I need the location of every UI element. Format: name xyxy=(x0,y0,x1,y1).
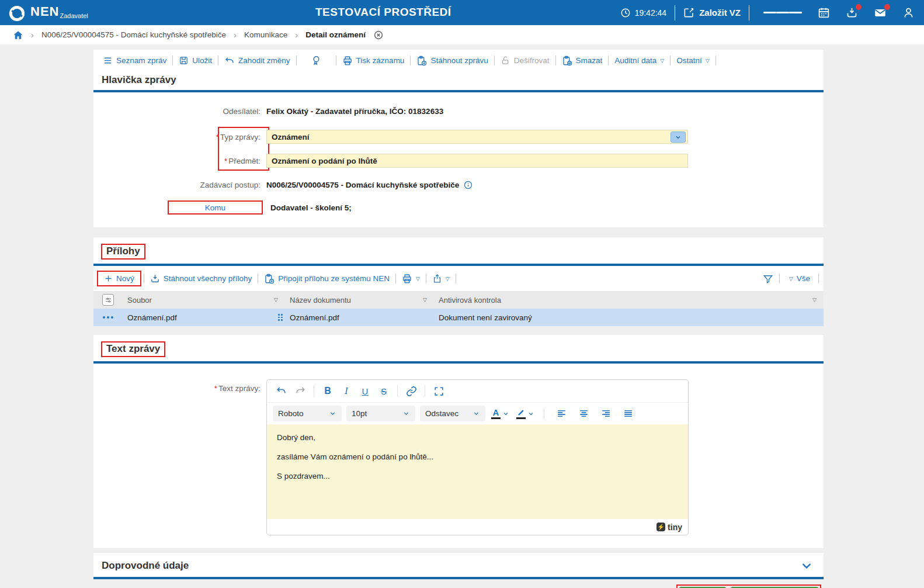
stahnout-vsechny-prilohy-button[interactable]: Stáhnout všechny přílohy xyxy=(144,274,258,283)
downloads-button[interactable] xyxy=(846,6,858,19)
stahnout-zpravu-button[interactable]: Stáhnout zprávu xyxy=(411,56,494,66)
message-body-textarea[interactable]: Dobrý den, zasíláme Vám oznámení o podán… xyxy=(267,424,688,519)
downloads-badge xyxy=(856,4,862,10)
undo-button[interactable] xyxy=(273,383,290,399)
fullscreen-button[interactable] xyxy=(430,383,447,399)
zadavaci-postup-value: N006/25/V00004575 - Domácí kuchyňské spo… xyxy=(266,181,459,189)
breadcrumb-komunikace[interactable]: Komunikace xyxy=(244,30,287,39)
align-left-icon xyxy=(556,408,567,419)
align-right-button[interactable] xyxy=(597,406,614,422)
strikethrough-button[interactable]: S xyxy=(375,383,392,399)
redo-icon xyxy=(294,385,306,397)
tisk-zaznamu-button[interactable]: Tisk záznamu xyxy=(336,56,411,66)
message-paragraph: Dobrý den, xyxy=(277,433,678,442)
font-size-select[interactable]: 10pt xyxy=(346,406,415,421)
brand-subtitle: Zadavatel xyxy=(60,12,88,19)
create-vz-button[interactable]: Založit VZ xyxy=(683,7,741,18)
column-settings-button[interactable] xyxy=(102,294,114,306)
zadavaci-postup-label: Zadávací postup: xyxy=(93,181,266,189)
section-title-doprovodne: Doprovodné údaje xyxy=(102,560,189,572)
redo-button[interactable] xyxy=(291,383,309,399)
komu-button[interactable]: Komu xyxy=(168,200,263,215)
zahodit-zmeny-button[interactable]: Zahodit změny xyxy=(218,56,296,66)
breadcrumb-procedure[interactable]: N006/25/V00004575 - Domácí kuchyňské spo… xyxy=(41,30,226,39)
menu-button[interactable] xyxy=(763,10,802,15)
chevron-down-icon xyxy=(502,410,509,417)
attachments-panel: Přílohy Nový Stáhnout všechny přílohy Př… xyxy=(93,237,824,326)
typ-zpravy-dropdown-button[interactable] xyxy=(671,132,686,143)
chevron-down-icon xyxy=(402,410,410,417)
tiny-logo[interactable]: ⚡ tiny xyxy=(656,523,682,532)
ulozit-button[interactable]: Uložit xyxy=(173,56,218,65)
user-button[interactable] xyxy=(902,6,915,19)
column-filter-icon[interactable]: ▽ xyxy=(812,297,817,303)
column-filter-icon[interactable]: ▽ xyxy=(274,297,285,303)
novy-button[interactable]: Nový xyxy=(97,271,141,286)
seznam-zprav-button[interactable]: Seznam zpráv xyxy=(97,56,172,65)
ostatni-button[interactable]: Ostatní ▽ xyxy=(671,56,715,65)
plus-icon xyxy=(104,274,113,283)
discard-changes-icon xyxy=(224,56,235,66)
doprovodne-udaje-panel: Doprovodné údaje xyxy=(93,553,824,579)
komu-value: Dodavatel - školení 5; xyxy=(270,203,352,212)
column-header-nazev[interactable]: Název dokumentu xyxy=(290,296,351,305)
messages-button[interactable] xyxy=(874,6,887,19)
text-color-button[interactable]: A xyxy=(490,408,510,419)
list-icon xyxy=(103,56,113,65)
message-paragraph: zasíláme Vám oznámení o podání po lhůtě.… xyxy=(277,452,678,461)
breadcrumb: › N006/25/V00004575 - Domácí kuchyňské s… xyxy=(0,25,924,44)
tiny-bolt-icon: ⚡ xyxy=(656,523,665,531)
close-tab-icon[interactable] xyxy=(373,30,384,40)
underline-button[interactable]: U xyxy=(356,383,374,399)
align-justify-button[interactable] xyxy=(619,406,637,422)
highlighter-icon xyxy=(516,409,526,417)
attachment-document-name: Oznámení.pdf xyxy=(285,313,434,322)
highlight-color-button[interactable] xyxy=(515,409,536,419)
section-title-prilohy: Přílohy xyxy=(101,244,145,260)
calendar-button[interactable] xyxy=(818,6,830,19)
export-icon xyxy=(432,274,442,283)
vse-filter-button[interactable]: ▽ Vše xyxy=(786,274,814,283)
nen-logo[interactable]: NEN Zadavatel xyxy=(8,3,88,22)
rich-text-editor[interactable]: B I U S Roboto xyxy=(266,379,689,535)
section-title-text-zpravy: Text zprávy xyxy=(101,341,165,357)
pripojit-prilohu-button[interactable]: Připojit přílohu ze systému NEN xyxy=(258,274,395,284)
italic-button[interactable]: I xyxy=(338,383,355,399)
attachments-table-header: Soubor ▽ Název dokumentu ▽ Antivirová ko… xyxy=(93,291,824,309)
editor-toolbar-row2: Roboto 10pt Odstavec A xyxy=(267,402,688,424)
print-attachments-button[interactable]: ▽ xyxy=(396,274,426,284)
align-justify-icon xyxy=(623,408,634,419)
typ-zpravy-select[interactable]: Oznámení xyxy=(266,130,688,144)
column-filter-icon[interactable]: ▽ xyxy=(423,297,434,303)
row-options-button[interactable] xyxy=(103,316,113,319)
export-attachments-button[interactable]: ▽ xyxy=(426,274,456,283)
attachment-file-name[interactable]: Oznámení.pdf xyxy=(127,313,177,322)
block-format-select[interactable]: Odstavec xyxy=(420,406,485,421)
brand-text: NEN xyxy=(30,3,59,20)
align-center-icon xyxy=(578,408,589,419)
attachment-row[interactable]: Oznámení.pdf Oznámení.pdf Dokument není … xyxy=(93,309,824,326)
smazat-button[interactable]: Smazat xyxy=(556,56,609,66)
home-icon[interactable] xyxy=(13,30,23,40)
column-header-soubor[interactable]: Soubor xyxy=(127,296,152,305)
desifrovat-button[interactable]: Dešifrovat xyxy=(495,56,555,65)
column-header-antivir[interactable]: Antivirová kontrola xyxy=(439,296,501,305)
drag-handle-icon[interactable] xyxy=(278,314,285,321)
align-left-button[interactable] xyxy=(553,406,570,422)
bold-button[interactable]: B xyxy=(319,383,336,399)
info-icon[interactable] xyxy=(463,180,473,190)
filter-icon[interactable] xyxy=(763,274,773,284)
clipboard-delete-icon xyxy=(562,56,572,66)
auditni-data-button[interactable]: Auditní data ▽ xyxy=(609,56,670,65)
predmet-input[interactable]: Oznámení o podání po lhůtě xyxy=(266,154,688,168)
chevron-down-icon xyxy=(800,559,813,572)
expand-section-button[interactable] xyxy=(800,559,813,572)
align-center-button[interactable] xyxy=(575,406,592,422)
seal-button[interactable] xyxy=(297,55,336,66)
messages-badge xyxy=(884,4,890,10)
link-button[interactable] xyxy=(402,383,420,399)
font-family-select[interactable]: Roboto xyxy=(273,406,342,421)
action-bar: Odeslat Podepsat a odeslat xyxy=(93,579,824,588)
unlock-icon xyxy=(501,56,510,65)
command-toolbar: Seznam zpráv Uložit Zahodit změny Tisk z… xyxy=(93,50,824,68)
